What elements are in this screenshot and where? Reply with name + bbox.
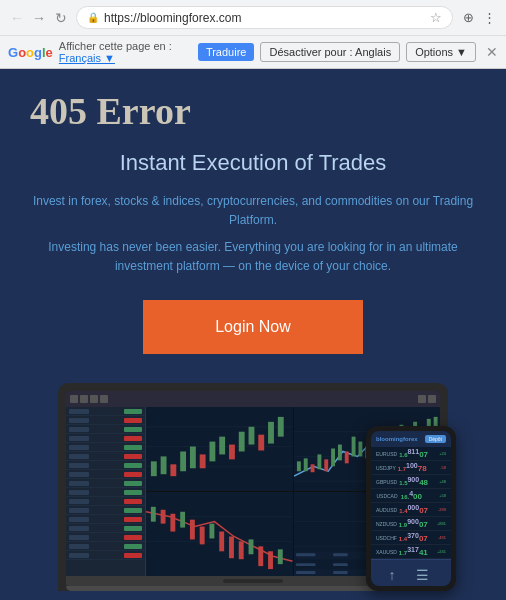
menu-icon-4 [100,395,108,403]
lock-icon: 🔒 [87,12,99,23]
phone-price-5: 1.400007 [399,504,428,515]
phone-symbol-7: USDCHF [376,535,397,541]
svg-rect-48 [170,514,175,532]
phone-symbol-5: AUDUSD [376,507,397,513]
svg-rect-75 [333,571,348,574]
svg-rect-12 [229,445,235,460]
svg-rect-4 [151,462,157,477]
sidebar-row [66,506,145,515]
browser-chrome: ← → ↻ 🔒 https://bloomingforex.com ☆ ⊕ ⋮ … [0,0,506,69]
nav-icons: ← → ↻ [8,9,70,27]
phone-change-8: +241 [430,549,446,554]
phone-row-7: USDCHF 1.437007 -481 [371,531,451,545]
svg-rect-54 [229,537,234,559]
svg-rect-55 [239,542,244,560]
laptop-notch [223,579,283,583]
svg-rect-14 [249,427,255,445]
phone-price-6: 1.990007 [399,518,428,529]
translate-bar: Google Afficher cette page en : Français… [0,35,506,68]
menu-icon[interactable]: ⋮ [480,9,498,27]
svg-rect-17 [278,417,284,437]
ext-icon-1[interactable]: ⊕ [459,9,477,27]
phone-nav-icon-2[interactable]: ↑ [389,567,396,583]
phone-price-4: 16.400 [401,490,422,501]
svg-rect-22 [296,462,300,472]
phone-change-4: +58 [424,493,446,498]
svg-rect-46 [151,507,156,522]
svg-rect-27 [331,449,335,467]
page-content: 405 Error Instant Execution of Trades In… [0,69,506,600]
phone-price-1: 1.681107 [399,448,428,459]
svg-rect-70 [295,563,315,566]
sidebar-row [66,488,145,497]
svg-rect-28 [337,445,341,461]
forward-icon[interactable]: → [30,9,48,27]
phone-price-3: 1.590048 [399,476,428,487]
extension-icons: ⊕ ⋮ [459,9,498,27]
phone-price-8: 1.731741 [399,546,428,557]
svg-rect-30 [351,437,355,457]
svg-rect-13 [239,432,245,452]
svg-rect-29 [344,452,348,464]
svg-rect-50 [190,520,195,540]
options-button[interactable]: Options ▼ [406,42,476,62]
svg-rect-16 [268,422,274,444]
login-button[interactable]: Login Now [143,300,363,354]
phone-header: bloomingforex Dépôt [371,431,451,447]
deactivate-button[interactable]: Désactiver pour : Anglais [260,42,400,62]
google-logo: Google [8,45,53,60]
phone-nav-icon-4[interactable]: 👤 [449,567,452,583]
phone-row-6: NZDUSD 1.990007 +881 [371,517,451,531]
bookmark-icon[interactable]: ☆ [430,10,442,25]
svg-rect-10 [209,442,215,462]
sidebar-row [66,407,145,416]
sidebar-row [66,497,145,506]
sidebar-row [66,452,145,461]
svg-rect-49 [180,512,185,528]
menu-icon-5 [418,395,426,403]
sidebar-row [66,551,145,560]
svg-rect-24 [310,465,314,473]
back-icon[interactable]: ← [8,9,26,27]
sidebar-row [66,515,145,524]
close-translate-icon[interactable]: ✕ [486,44,498,60]
menu-icon-3 [90,395,98,403]
address-bar[interactable]: 🔒 https://bloomingforex.com ☆ [76,6,453,29]
phone-change-7: -481 [430,535,446,540]
svg-rect-53 [219,532,224,552]
svg-rect-67 [333,554,348,557]
phone-row-2: USDJPY 1.710078 -58 [371,461,451,475]
phone-symbol-8: XAUUSD [376,549,397,555]
phone-mockup: bloomingforex Dépôt EURUSD 1.681107 +24 … [366,426,456,591]
phone-bottom-nav: ⊞ ↑ ☰ 👤 [371,559,451,586]
browser-toolbar: ← → ↻ 🔒 https://bloomingforex.com ☆ ⊕ ⋮ [0,0,506,35]
refresh-icon[interactable]: ↻ [52,9,70,27]
svg-rect-52 [209,524,214,539]
svg-rect-71 [333,563,348,566]
sub-text-2: Investing has never been easier. Everyth… [30,238,476,276]
language-link[interactable]: Français ▼ [59,52,115,64]
chart-panel-1 [146,407,293,491]
phone-deposit-btn[interactable]: Dépôt [425,435,446,443]
svg-rect-15 [258,435,264,451]
sidebar-row [66,542,145,551]
url-text: https://bloomingforex.com [104,11,425,25]
sidebar-row [66,470,145,479]
chart-panel-3 [146,492,293,576]
svg-rect-51 [200,527,205,545]
menu-icon-1 [70,395,78,403]
translate-button[interactable]: Traduire [198,43,255,61]
phone-screen: bloomingforex Dépôt EURUSD 1.681107 +24 … [371,431,451,586]
translate-prompt: Afficher cette page en : Français ▼ [59,40,192,64]
error-title: 405 Error [30,89,476,133]
phone-change-6: +881 [430,521,446,526]
sidebar-row [66,524,145,533]
svg-rect-58 [268,552,273,570]
phone-symbol-4: USDCAD [376,493,398,499]
svg-rect-23 [303,459,307,472]
phone-change-5: -289 [430,507,446,512]
phone-row-3: GBPUSD 1.590048 +48 [371,475,451,489]
phone-symbol-3: GBPUSD [376,479,397,485]
phone-nav-icon-3[interactable]: ☰ [416,567,429,583]
sub-text-1: Invest in forex, stocks & indices, crypt… [30,192,476,230]
